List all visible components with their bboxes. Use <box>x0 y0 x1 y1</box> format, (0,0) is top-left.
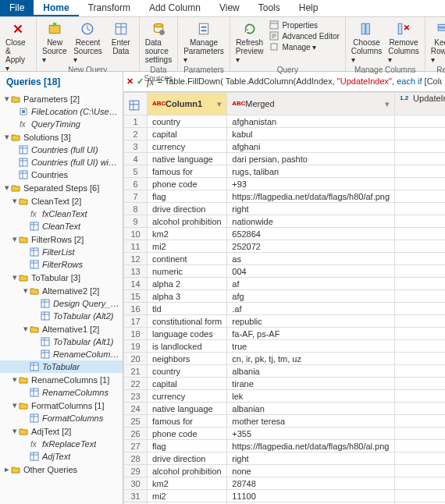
cell-merged[interactable]: af <box>227 278 395 290</box>
tree-item[interactable]: fxfxCleanText <box>0 208 123 220</box>
table-row[interactable]: 3currencyafghani0 <box>124 140 446 153</box>
cell-column1[interactable]: phone code <box>148 428 227 440</box>
tree-item[interactable]: ▸Other Queries <box>0 463 123 476</box>
cell-updateindex[interactable]: 0 <box>395 165 445 178</box>
tree-item[interactable]: ▾RenameColumns [1] <box>0 373 123 386</box>
table-row[interactable]: 6phone code+930 <box>124 178 446 190</box>
cell-column1[interactable]: mi2 <box>148 490 227 502</box>
table-row[interactable]: 23currencylek20 <box>124 390 446 403</box>
cell-updateindex[interactable]: 0 <box>395 290 445 303</box>
expand-icon[interactable]: ▾ <box>3 132 11 142</box>
tree-item[interactable]: CleanText <box>0 220 123 232</box>
tree-item[interactable]: ▾FilterRows [2] <box>0 232 123 246</box>
manage-button[interactable]: Manage ▾ <box>269 42 339 51</box>
cell-updateindex[interactable]: 0 <box>395 115 445 128</box>
menu-view[interactable]: View <box>210 0 249 16</box>
cell-merged[interactable]: mother teresa <box>227 415 395 428</box>
cell-updateindex[interactable]: 20 <box>395 415 445 428</box>
cell-merged[interactable]: 004 <box>227 265 395 278</box>
cell-updateindex[interactable]: 20 <box>395 477 445 490</box>
row-number[interactable]: 7 <box>124 190 148 203</box>
expand-icon[interactable]: ▾ <box>11 426 19 436</box>
row-number[interactable]: 25 <box>124 415 148 428</box>
row-number[interactable]: 27 <box>124 440 148 453</box>
cell-column1[interactable]: constitutional form <box>148 315 227 328</box>
formula-accept-icon[interactable]: ✓ <box>137 76 144 87</box>
cell-merged[interactable]: cn, ir, pk, tj, tm, uz <box>227 353 395 365</box>
row-number[interactable]: 24 <box>124 403 148 415</box>
cell-updateindex[interactable]: 0 <box>395 353 445 365</box>
cell-merged[interactable]: rugs, taliban <box>227 165 395 178</box>
expand-icon[interactable]: ▾ <box>11 272 19 282</box>
cell-updateindex[interactable]: 0 <box>395 340 445 353</box>
table-row[interactable]: 7flaghttps://flagpedia.net/data/flags/h8… <box>124 190 446 203</box>
row-number[interactable]: 31 <box>124 490 148 502</box>
cell-merged[interactable]: afghani <box>227 140 395 153</box>
table-row[interactable]: 5famous forrugs, taliban0 <box>124 165 446 178</box>
cell-merged[interactable]: none <box>227 465 395 477</box>
cell-updateindex[interactable]: 20 <box>395 490 445 502</box>
cell-merged[interactable]: afghanistan <box>227 115 395 128</box>
cell-merged[interactable]: https://flagpedia.net/data/flags/h80/al.… <box>227 440 395 453</box>
cell-column1[interactable]: currency <box>148 390 227 403</box>
cell-merged[interactable]: as <box>227 253 395 265</box>
table-row[interactable]: 2capitalkabul0 <box>124 128 446 140</box>
cell-column1[interactable]: numeric <box>148 265 227 278</box>
tree-item[interactable]: FilterList <box>0 246 123 258</box>
cell-column1[interactable]: alpha 3 <box>148 290 227 303</box>
table-row[interactable]: 27flaghttps://flagpedia.net/data/flags/h… <box>124 440 446 453</box>
table-row[interactable]: 16tld.af0 <box>124 303 446 315</box>
expand-icon[interactable]: ▾ <box>22 324 30 334</box>
recent-sources-button[interactable]: RecentSources ▾ <box>70 19 105 66</box>
column-header-merged[interactable]: ABCMerged▾ <box>227 93 395 115</box>
cell-merged[interactable]: right <box>227 203 395 215</box>
cell-column1[interactable]: country <box>148 115 227 128</box>
formula-bar[interactable]: ✕ ✓ fx = Table.FillDown( Table.AddColumn… <box>123 72 445 92</box>
cell-column1[interactable]: alcohol prohibition <box>148 215 227 228</box>
table-row[interactable]: 1countryafghanistan0 <box>124 115 446 128</box>
cell-merged[interactable]: 252072 <box>227 240 395 253</box>
row-number[interactable]: 19 <box>124 340 148 353</box>
cell-column1[interactable]: km2 <box>148 477 227 490</box>
cell-column1[interactable]: flag <box>148 440 227 453</box>
table-row[interactable]: 21countryalbania20 <box>124 365 446 378</box>
cell-updateindex[interactable]: 20 <box>395 440 445 453</box>
row-number[interactable]: 3 <box>124 140 148 153</box>
menu-help[interactable]: Help <box>290 0 328 16</box>
expand-icon[interactable]: ▾ <box>11 400 19 410</box>
tree-item[interactable]: ▾FormatColumns [1] <box>0 399 123 412</box>
keep-rows-button[interactable]: KeepRows ▾ <box>428 19 445 66</box>
table-row[interactable]: 31mi21110020 <box>124 490 446 502</box>
formula-cancel-icon[interactable]: ✕ <box>126 76 134 87</box>
row-number[interactable]: 18 <box>124 328 148 340</box>
cell-column1[interactable]: drive direction <box>148 203 227 215</box>
manage-parameters-button[interactable]: ManageParameters ▾ <box>180 19 227 66</box>
row-number[interactable]: 16 <box>124 303 148 315</box>
table-row[interactable]: 22capitaltirane20 <box>124 378 446 390</box>
cell-merged[interactable]: dari persian, pashto <box>227 153 395 165</box>
column-header-column1[interactable]: ABCColumn1▾ <box>148 93 227 115</box>
cell-merged[interactable]: lek <box>227 390 395 403</box>
cell-updateindex[interactable]: 0 <box>395 253 445 265</box>
remove-columns-button[interactable]: RemoveColumns ▾ <box>385 19 422 66</box>
tree-item[interactable]: Countries <box>0 169 123 181</box>
tree-item[interactable]: FileLocation (C:\Users\L...) <box>0 105 123 118</box>
cell-updateindex[interactable]: 0 <box>395 303 445 315</box>
row-number[interactable]: 15 <box>124 290 148 303</box>
expand-icon[interactable]: ▾ <box>22 286 30 296</box>
tree-item[interactable]: fxQueryTiming <box>0 118 123 130</box>
table-row[interactable]: 8drive directionright0 <box>124 203 446 215</box>
tree-item[interactable]: FilterRows <box>0 258 123 271</box>
row-number[interactable]: 13 <box>124 265 148 278</box>
row-number[interactable]: 20 <box>124 353 148 365</box>
column-dropdown-icon[interactable]: ▾ <box>385 99 390 109</box>
queries-pane-header[interactable]: Queries [18] <box>0 72 123 92</box>
cell-merged[interactable]: tirane <box>227 378 395 390</box>
cell-column1[interactable]: capital <box>148 128 227 140</box>
cell-merged[interactable]: .af <box>227 303 395 315</box>
cell-updateindex[interactable]: 0 <box>395 128 445 140</box>
cell-updateindex[interactable]: 0 <box>395 278 445 290</box>
cell-column1[interactable]: neighbors <box>148 353 227 365</box>
tree-item[interactable]: Design Query_Trans... <box>0 297 123 310</box>
tree-item[interactable]: FormatColumns <box>0 412 123 424</box>
